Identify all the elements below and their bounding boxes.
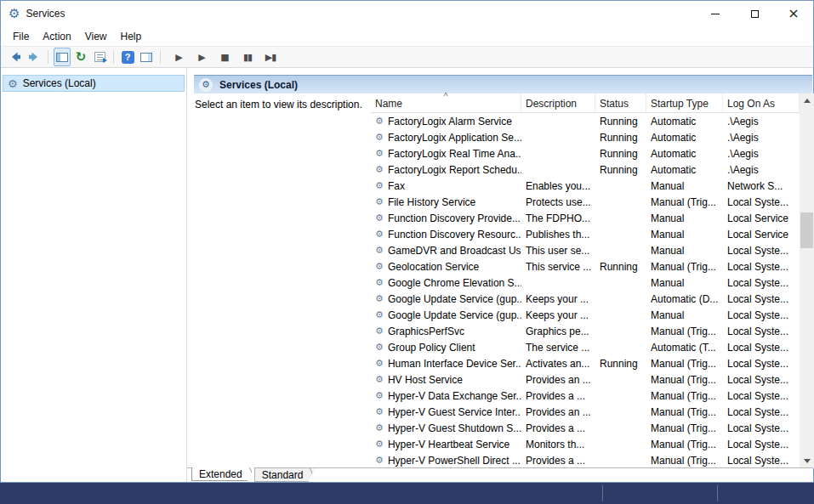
forward-button[interactable] bbox=[26, 48, 43, 66]
cell-description: This service ... bbox=[521, 258, 595, 275]
tree-item-services-local[interactable]: ⚙ Services (Local) bbox=[3, 75, 185, 92]
back-button[interactable] bbox=[7, 48, 24, 66]
cell-description: Provides a ... bbox=[521, 452, 595, 468]
service-gear-icon: ⚙ bbox=[375, 278, 384, 287]
cell-startup-type: Automatic bbox=[646, 113, 723, 129]
column-header-description[interactable]: Description bbox=[521, 93, 595, 112]
export-list-button[interactable] bbox=[91, 48, 108, 66]
menu-item-file[interactable]: File bbox=[6, 28, 36, 45]
table-row[interactable]: ⚙FactoryLogix Application Se...RunningAu… bbox=[371, 129, 800, 145]
cell-status bbox=[595, 194, 646, 210]
table-row[interactable]: ⚙Function Discovery Provide...The FDPHO.… bbox=[371, 210, 800, 226]
restart-service-button[interactable]: ▶▮ bbox=[262, 48, 279, 66]
tab-standard[interactable]: Standard bbox=[254, 468, 316, 482]
cell-log-on-as: .\Aegis bbox=[723, 113, 800, 129]
cell-startup-type: Manual (Trig... bbox=[646, 436, 723, 452]
cell-description: Provides an ... bbox=[521, 404, 595, 420]
column-header-startup-type[interactable]: Startup Type bbox=[646, 93, 723, 112]
table-row[interactable]: ⚙Geolocation ServiceThis service ...Runn… bbox=[371, 258, 800, 275]
help-button[interactable]: ? bbox=[119, 48, 136, 66]
services-window: ⚙ Services × FileActionViewHelp ↻ ? bbox=[0, 0, 814, 483]
service-gear-icon: ⚙ bbox=[375, 133, 384, 142]
cell-description bbox=[521, 113, 595, 129]
cell-description bbox=[521, 275, 595, 291]
stop-service-button[interactable]: ■ bbox=[216, 48, 233, 66]
tab-edge bbox=[310, 467, 316, 481]
column-header-log-on-as[interactable]: Log On As bbox=[723, 93, 800, 112]
minimize-button[interactable] bbox=[696, 1, 735, 26]
service-gear-icon: ⚙ bbox=[375, 181, 384, 190]
vertical-scrollbar[interactable] bbox=[800, 93, 814, 468]
cell-log-on-as: Local Syste... bbox=[723, 436, 800, 452]
service-gear-icon: ⚙ bbox=[375, 456, 384, 465]
table-row[interactable]: ⚙FactoryLogix Alarm ServiceRunningAutoma… bbox=[371, 113, 800, 129]
cell-name: ⚙FactoryLogix Alarm Service bbox=[371, 113, 521, 129]
menu-item-view[interactable]: View bbox=[78, 28, 114, 45]
menubar: FileActionViewHelp bbox=[1, 26, 813, 46]
table-row[interactable]: ⚙Hyper-V Guest Service Inter...Provides … bbox=[371, 404, 800, 420]
cell-description: Protects use... bbox=[521, 194, 595, 210]
start-service-button[interactable]: ▶ bbox=[170, 48, 187, 66]
cell-name: ⚙Google Update Service (gup... bbox=[371, 307, 521, 323]
cell-name: ⚙Hyper-V Data Exchange Ser... bbox=[371, 388, 521, 404]
column-header-name[interactable]: Name^ bbox=[371, 93, 521, 112]
scroll-up-button[interactable] bbox=[800, 93, 814, 108]
resume-service-icon: ▶ bbox=[198, 52, 204, 63]
snapin-header-title: Services (Local) bbox=[219, 79, 298, 91]
stop-service-icon: ■ bbox=[220, 52, 228, 63]
table-row[interactable]: ⚙Hyper-V PowerShell Direct ...Provides a… bbox=[371, 452, 800, 468]
service-gear-icon: ⚙ bbox=[375, 375, 384, 384]
table-row[interactable]: ⚙GameDVR and Broadcast Us...This user se… bbox=[371, 242, 800, 258]
scrollbar-thumb[interactable] bbox=[800, 212, 813, 248]
cell-startup-type: Manual (Trig... bbox=[646, 258, 723, 275]
taskbar[interactable] bbox=[0, 483, 814, 504]
cell-status bbox=[595, 275, 646, 291]
cell-description bbox=[521, 129, 595, 145]
table-row[interactable]: ⚙Google Update Service (gup...Keeps your… bbox=[371, 291, 800, 307]
tab-extended[interactable]: Extended bbox=[191, 467, 254, 481]
cell-description: Enables you... bbox=[521, 178, 595, 194]
table-row[interactable]: ⚙FactoryLogix Report Schedu...RunningAut… bbox=[371, 161, 800, 178]
resume-service-button[interactable]: ▶ bbox=[193, 48, 210, 66]
sort-ascending-icon: ^ bbox=[444, 92, 448, 101]
menu-item-help[interactable]: Help bbox=[114, 28, 149, 45]
taskbar-separator bbox=[602, 485, 603, 501]
table-row[interactable]: ⚙FaxEnables you...ManualNetwork S... bbox=[371, 178, 800, 194]
table-row[interactable]: ⚙Google Update Service (gup...Keeps your… bbox=[371, 307, 800, 323]
show-console-tree-button[interactable] bbox=[54, 48, 71, 66]
table-row[interactable]: ⚙GraphicsPerfSvcGraphics pe...Manual (Tr… bbox=[371, 323, 800, 339]
table-row[interactable]: ⚙Hyper-V Heartbeat ServiceMonitors th...… bbox=[371, 436, 800, 452]
tree-item-label: Services (Local) bbox=[23, 77, 96, 89]
service-list: ⚙FactoryLogix Alarm ServiceRunningAutoma… bbox=[371, 113, 800, 468]
maximize-button[interactable] bbox=[735, 1, 774, 26]
show-action-pane-button[interactable] bbox=[138, 48, 155, 66]
services-app-icon: ⚙ bbox=[9, 8, 20, 20]
table-row[interactable]: ⚙FactoryLogix Real Time Ana...RunningAut… bbox=[371, 145, 800, 161]
table-row[interactable]: ⚙Function Discovery Resourc...Publishes … bbox=[371, 226, 800, 242]
table-row[interactable]: ⚙Group Policy ClientThe service ...Autom… bbox=[371, 339, 800, 355]
restart-service-icon: ▶▮ bbox=[265, 52, 276, 63]
close-button[interactable]: × bbox=[774, 1, 813, 26]
cell-status: Running bbox=[595, 145, 646, 161]
cell-status bbox=[595, 242, 646, 258]
table-row[interactable]: ⚙File History ServiceProtects use...Manu… bbox=[371, 194, 800, 210]
cell-name: ⚙Function Discovery Resourc... bbox=[371, 226, 521, 242]
column-header-status[interactable]: Status bbox=[595, 93, 646, 112]
cell-description: Monitors th... bbox=[521, 436, 595, 452]
cell-startup-type: Automatic (T... bbox=[646, 339, 723, 355]
table-row[interactable]: ⚙Hyper-V Guest Shutdown S...Provides a .… bbox=[371, 420, 800, 436]
table-row[interactable]: ⚙HV Host ServiceProvides an ...Manual (T… bbox=[371, 371, 800, 388]
cell-status bbox=[595, 291, 646, 307]
forward-arrow-icon bbox=[27, 50, 41, 64]
cell-startup-type: Manual (Trig... bbox=[646, 194, 723, 210]
menu-item-action[interactable]: Action bbox=[36, 28, 77, 45]
table-row[interactable]: ⚙Human Interface Device Ser...Activates … bbox=[371, 355, 800, 371]
table-row[interactable]: ⚙Hyper-V Data Exchange Ser...Provides a … bbox=[371, 388, 800, 404]
service-gear-icon: ⚙ bbox=[375, 439, 384, 449]
pause-service-button[interactable]: ▮▮ bbox=[239, 48, 256, 66]
scroll-down-button[interactable] bbox=[800, 454, 814, 468]
service-gear-icon: ⚙ bbox=[375, 246, 384, 255]
cell-status bbox=[595, 323, 646, 339]
table-row[interactable]: ⚙Google Chrome Elevation S...ManualLocal… bbox=[371, 275, 800, 291]
refresh-button[interactable]: ↻ bbox=[72, 48, 89, 66]
